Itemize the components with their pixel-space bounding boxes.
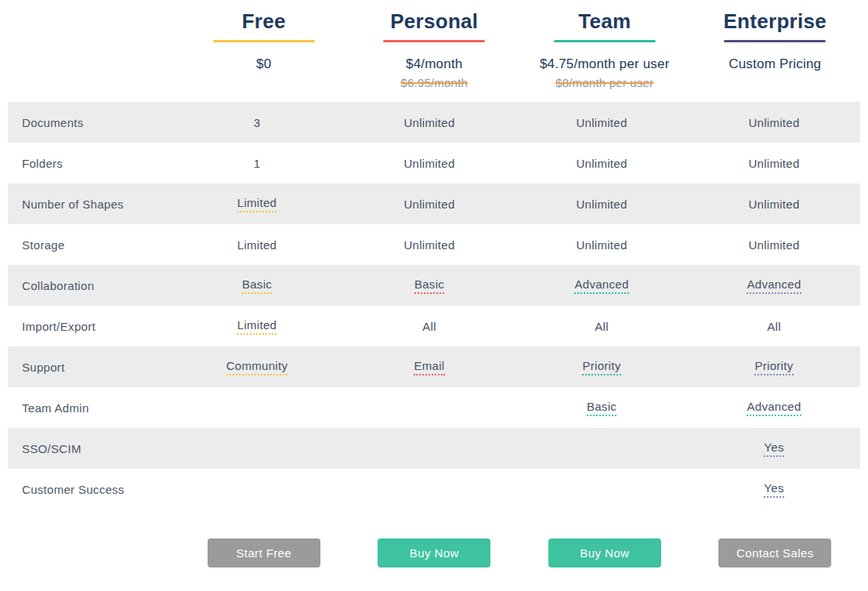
feature-value-cell: Basic [171,277,343,294]
feature-value-cell: 3 [171,116,343,129]
feature-value-cell: All [688,320,860,333]
feature-label: Support [8,361,171,374]
feature-label: SSO/SCIM [8,442,171,455]
feature-value[interactable]: Community [226,359,288,375]
plan-name: Team [519,8,690,34]
feature-value: All [595,320,609,333]
feature-value: Unlimited [576,157,627,170]
team-button-slot: Buy Now [519,538,690,567]
feature-value[interactable]: Limited [237,196,277,212]
feature-value-cell: Priority [688,359,860,375]
feature-label: Storage [8,238,171,252]
feature-value-cell: Unlimited [515,116,688,129]
buttons-spacer [8,538,179,567]
feature-value[interactable]: Basic [414,277,444,294]
plan-strike-price: $8/month per user [519,76,690,91]
pricing-table: Documents 3 Unlimited Unlimited Unlimite… [8,102,860,509]
feature-value: Unlimited [403,238,454,252]
buy-now-button-personal[interactable]: Buy Now [378,538,490,567]
plan-strike-price [179,76,349,91]
plan-header-free: Free $0 [179,8,349,91]
feature-value-cell: Unlimited [343,238,515,252]
feature-label: Import/Export [8,320,171,333]
feature-value[interactable]: Advanced [747,400,801,416]
feature-value-cell: Limited [171,238,343,252]
plan-header-personal: Personal $4/month $6.95/month [349,8,520,91]
feature-value-cell: Priority [515,359,688,375]
plan-price: $4/month [349,56,520,74]
feature-value[interactable]: Priority [754,359,793,375]
feature-value[interactable]: Email [414,359,444,375]
feature-value: All [422,320,436,333]
feature-value: Unlimited [576,198,627,211]
personal-button-slot: Buy Now [349,538,520,567]
table-row-team-admin: Team Admin Basic Advanced [8,387,860,428]
feature-value[interactable]: Advanced [747,277,801,294]
feature-value-cell [515,483,688,496]
feature-value-cell: All [343,320,515,333]
feature-value-cell: Unlimited [343,198,515,211]
feature-value-cell: Community [171,359,343,375]
feature-value[interactable]: Yes [764,441,783,457]
feature-value[interactable]: Limited [237,318,277,335]
table-row-customer-success: Customer Success Yes [8,469,860,509]
feature-value[interactable]: Basic [242,277,272,294]
feature-value-cell [515,442,688,455]
table-row-collaboration: Collaboration Basic Basic Advanced Advan… [8,265,860,306]
feature-value-cell: Limited [171,196,343,212]
plan-name: Free [179,8,349,34]
free-button-slot: Start Free [179,538,349,567]
header-spacer [8,8,179,91]
feature-value-cell: Email [343,359,515,375]
feature-value: Unlimited [403,157,454,170]
start-free-button[interactable]: Start Free [208,538,320,567]
feature-value: Unlimited [576,238,627,252]
plan-name: Enterprise [690,8,861,34]
feature-label: Folders [8,157,171,170]
plan-buttons-row: Start Free Buy Now Buy Now Contact Sales [8,538,860,567]
feature-value: All [767,320,781,333]
table-row-storage: Storage Limited Unlimited Unlimited Unli… [8,224,860,265]
plan-price: $4.75/month per user [519,56,690,74]
feature-value-cell: Unlimited [515,157,688,170]
feature-value[interactable]: Yes [764,481,783,498]
feature-value: Unlimited [403,198,454,211]
feature-value: 3 [254,116,261,129]
feature-value-cell [343,483,515,496]
feature-value-cell: Unlimited [688,238,860,252]
feature-value[interactable]: Advanced [574,277,628,294]
feature-value[interactable]: Priority [582,359,620,375]
feature-value: Unlimited [748,238,799,252]
feature-value-cell: Basic [515,400,688,416]
feature-value-cell: Unlimited [343,116,515,129]
feature-label: Collaboration [8,279,171,292]
buy-now-button-team[interactable]: Buy Now [548,538,661,567]
feature-value-cell: Unlimited [688,157,860,170]
feature-value-cell: All [515,320,688,333]
feature-value: Unlimited [576,116,627,129]
feature-value-cell: Unlimited [688,198,860,211]
feature-value-cell: 1 [171,157,343,170]
plan-accent-bar [213,40,315,42]
feature-value: Unlimited [748,198,799,211]
contact-sales-button[interactable]: Contact Sales [718,538,831,567]
feature-value-cell: Advanced [688,400,860,416]
feature-value-cell: Unlimited [343,157,515,170]
feature-value-cell [171,483,343,496]
feature-value-cell: Advanced [688,277,860,294]
plan-header-enterprise: Enterprise Custom Pricing [690,8,861,91]
feature-value: Unlimited [748,116,799,129]
plan-price: $0 [179,56,349,74]
feature-value: Unlimited [748,157,799,170]
feature-value[interactable]: Basic [587,400,617,416]
feature-value: 1 [254,157,261,170]
feature-value: Unlimited [403,116,454,129]
plan-strike-price: $6.95/month [349,76,520,91]
plan-price: Custom Pricing [690,56,861,74]
feature-value-cell: Unlimited [515,198,688,211]
plan-accent-bar [724,40,826,42]
enterprise-button-slot: Contact Sales [690,538,861,567]
table-row-support: Support Community Email Priority Priorit… [8,346,860,387]
feature-label: Team Admin [8,401,171,415]
feature-value-cell [171,442,343,455]
